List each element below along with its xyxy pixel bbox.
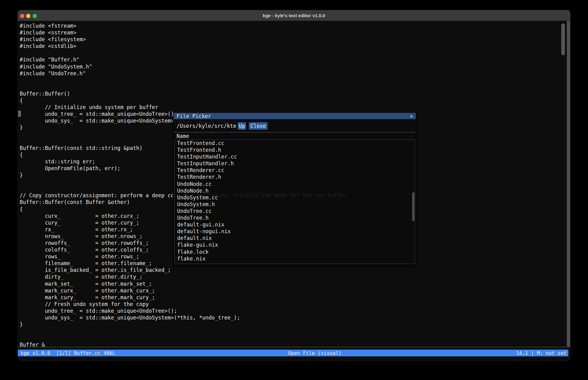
file-picker-titlebar[interactable]: File Picker ✕ bbox=[173, 113, 416, 119]
file-list-item[interactable]: flake.lock bbox=[175, 249, 415, 255]
file-list-item[interactable]: UndoNode.h bbox=[175, 187, 415, 194]
file-list-item[interactable]: default-nogui.nix bbox=[175, 228, 415, 235]
file-list-item[interactable]: TestRenderer.h bbox=[175, 174, 415, 180]
file-list-item[interactable]: flake.nix bbox=[175, 255, 415, 262]
dialog-close-icon[interactable]: ✕ bbox=[410, 113, 413, 119]
text-cursor bbox=[18, 111, 21, 117]
up-button[interactable]: Up bbox=[238, 122, 246, 130]
file-list-item[interactable]: TestFrontend.h bbox=[175, 147, 415, 153]
file-picker-dialog: File Picker ✕ (*this, *undo_tree_); /Use… bbox=[173, 112, 416, 267]
file-list-scrollbar-thumb[interactable] bbox=[412, 192, 415, 221]
file-list-item[interactable]: UndoTree.cc bbox=[175, 208, 415, 214]
file-list-item[interactable]: TestInputHandler.h bbox=[175, 160, 415, 167]
file-list-item[interactable]: default-gui.nix bbox=[175, 221, 415, 228]
window-titlebar[interactable]: kge - kyle's text editor v1.0.0 bbox=[18, 10, 570, 21]
status-mode: Open File (visual) bbox=[288, 350, 341, 356]
file-list-item[interactable]: flake-gui.nix bbox=[175, 241, 415, 248]
window-scrollbar-track[interactable] bbox=[567, 21, 570, 347]
file-list-item[interactable]: TestFrontend.cc bbox=[175, 140, 415, 147]
file-list-item[interactable]: UndoTree.h bbox=[175, 214, 415, 221]
content-bottom-divider bbox=[18, 347, 570, 347]
dialog-divider bbox=[173, 132, 416, 132]
file-list-item[interactable]: TestRenderer.cc bbox=[175, 167, 415, 174]
current-path-label: /Users/kyle/src/kte bbox=[177, 123, 236, 129]
file-list-item[interactable]: UndoNode.cc bbox=[175, 181, 415, 187]
name-column-header: Name bbox=[177, 133, 189, 139]
file-list-item[interactable]: default.nix bbox=[175, 235, 415, 241]
editor-scrollbar-thumb[interactable] bbox=[561, 23, 565, 55]
status-cursor-info: 14,1 | M: not set bbox=[516, 350, 566, 356]
window-title: kge - kyle's text editor v1.0.0 bbox=[18, 10, 570, 21]
file-list-item[interactable]: TestInputHandler.cc bbox=[175, 153, 415, 160]
file-picker-title: File Picker bbox=[177, 113, 211, 119]
status-file-info: kge v1.0.0 [1/1] Buffer.cc 486L bbox=[21, 350, 115, 356]
file-list[interactable]: TestFrontend.ccTestFrontend.hTestInputHa… bbox=[174, 139, 415, 264]
file-list-item[interactable]: UndoSystem.h bbox=[175, 201, 415, 208]
close-button[interactable]: Close bbox=[249, 122, 268, 130]
file-list-item[interactable]: UndoSystem.cc bbox=[175, 194, 415, 201]
desktop: kge - kyle's text editor v1.0.0 #include… bbox=[0, 0, 588, 380]
status-bar: kge v1.0.0 [1/1] Buffer.cc 486L Open Fil… bbox=[18, 350, 568, 356]
